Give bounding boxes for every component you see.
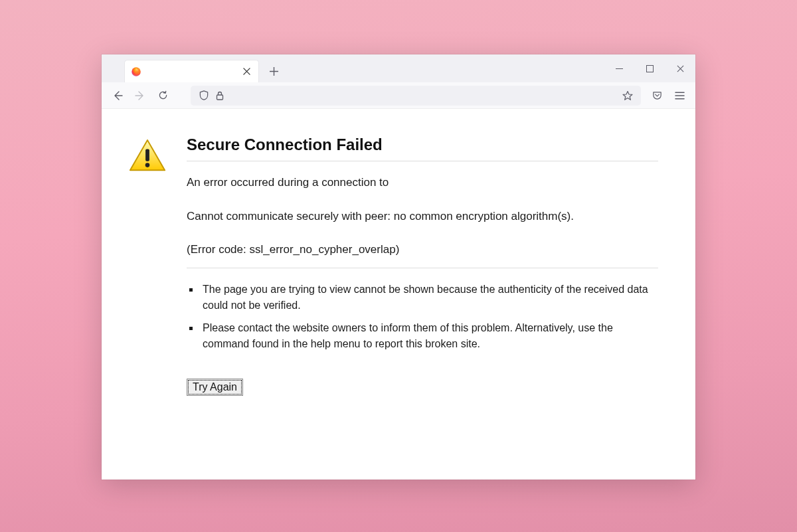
close-tab-button[interactable]	[240, 65, 253, 78]
svg-rect-3	[145, 149, 149, 161]
error-line-connection: An error occurred during a connection to	[187, 175, 658, 191]
reload-button[interactable]	[152, 86, 173, 106]
divider	[187, 268, 658, 268]
bookmark-star-icon[interactable]	[620, 88, 636, 104]
tab-bar	[102, 54, 695, 82]
close-window-button[interactable]	[665, 54, 695, 82]
navigation-toolbar	[102, 82, 695, 109]
lock-icon[interactable]	[212, 88, 228, 104]
svg-point-4	[145, 163, 150, 167]
error-suggestion-item: Please contact the website owners to inf…	[200, 320, 658, 352]
error-suggestions: The page you are trying to view cannot b…	[187, 282, 658, 352]
app-menu-button[interactable]	[669, 86, 690, 106]
address-bar[interactable]	[191, 86, 641, 106]
maximize-button[interactable]	[634, 54, 665, 82]
try-again-button[interactable]: Try Again	[187, 379, 243, 396]
error-title: Secure Connection Failed	[187, 135, 658, 161]
active-tab[interactable]	[124, 60, 259, 82]
back-button[interactable]	[107, 86, 128, 106]
firefox-logo-icon	[130, 66, 142, 78]
page-content: Secure Connection Failed An error occurr…	[102, 109, 695, 480]
forward-button[interactable]	[130, 86, 151, 106]
window-controls	[604, 54, 695, 82]
browser-window: Secure Connection Failed An error occurr…	[102, 54, 695, 480]
error-code: (Error code: ssl_error_no_cypher_overlap…	[187, 242, 658, 258]
warning-icon	[128, 138, 167, 175]
shield-icon[interactable]	[196, 88, 212, 104]
error-line-detail: Cannot communicate securely with peer: n…	[187, 209, 658, 225]
pocket-button[interactable]	[646, 86, 667, 106]
svg-rect-2	[217, 95, 223, 100]
minimize-button[interactable]	[604, 54, 634, 82]
new-tab-button[interactable]	[264, 62, 283, 80]
svg-rect-1	[646, 65, 653, 72]
error-suggestion-item: The page you are trying to view cannot b…	[200, 282, 658, 313]
url-input[interactable]	[228, 90, 620, 100]
